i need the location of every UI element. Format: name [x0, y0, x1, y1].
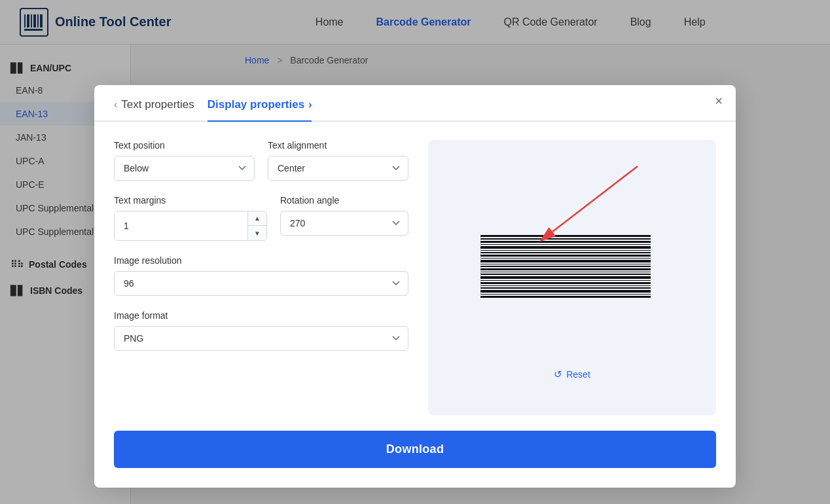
text-position-label: Text position	[114, 140, 255, 151]
form-row-4: Image format PNG JPG SVG	[114, 310, 408, 351]
tab-right-arrow: ›	[308, 99, 312, 111]
form-row-2: Text margins 1 ▲ ▼ Rotation angle 0 90	[114, 195, 408, 241]
svg-rect-20	[480, 260, 651, 262]
modal-tabs: ‹ Text properties Display properties › ×	[94, 85, 736, 122]
svg-rect-23	[480, 252, 651, 253]
text-margins-label: Text margins	[114, 195, 267, 206]
text-alignment-label: Text alignment	[268, 140, 408, 151]
svg-rect-7	[480, 296, 651, 298]
stepper-down-button[interactable]: ▼	[248, 226, 266, 240]
text-margins-input[interactable]: 1	[115, 211, 247, 240]
form-group-text-margins: Text margins 1 ▲ ▼	[114, 195, 267, 241]
image-resolution-label: Image resolution	[114, 255, 408, 266]
svg-rect-24	[480, 250, 651, 251]
modal-body: Text position Below Above None Text alig…	[94, 122, 736, 415]
rotation-angle-label: Rotation angle	[280, 195, 408, 206]
svg-rect-12	[480, 282, 651, 284]
svg-rect-10	[480, 287, 651, 289]
stepper-up-button[interactable]: ▲	[248, 211, 266, 226]
svg-rect-17	[480, 268, 651, 270]
svg-rect-26	[480, 244, 651, 245]
form-group-image-format: Image format PNG JPG SVG	[114, 310, 408, 351]
text-margins-input-wrap: 1 ▲ ▼	[114, 211, 267, 241]
modal-close-button[interactable]: ×	[715, 94, 723, 107]
svg-rect-29	[480, 235, 651, 237]
download-button[interactable]: Download	[114, 431, 716, 468]
svg-rect-9	[480, 290, 651, 293]
svg-rect-28	[480, 238, 651, 240]
reset-icon: ↺	[554, 369, 562, 380]
form-row-3: Image resolution 72 96 150 300	[114, 255, 408, 296]
tab-left-arrow: ‹	[114, 99, 117, 111]
preview-area: 9 9 8 7 6 5 4 3 2 1	[428, 140, 716, 415]
text-alignment-select[interactable]: Center Left Right	[268, 156, 408, 181]
svg-rect-18	[480, 266, 651, 267]
svg-rect-16	[480, 272, 651, 272]
image-format-label: Image format	[114, 310, 408, 321]
svg-rect-25	[480, 246, 651, 249]
form-area: Text position Below Above None Text alig…	[114, 140, 408, 415]
text-margins-stepper: ▲ ▼	[247, 211, 266, 240]
tab-text-properties[interactable]: ‹ Text properties	[114, 98, 194, 120]
form-group-text-position: Text position Below Above None	[114, 140, 255, 181]
form-group-rotation-angle: Rotation angle 0 90 180 270	[280, 195, 408, 241]
svg-rect-14	[480, 276, 651, 279]
svg-rect-13	[480, 280, 651, 281]
barcode-preview: 9 9 8 7 6 5 4 3 2 1	[480, 234, 664, 299]
tab-display-properties[interactable]: Display properties ›	[208, 98, 312, 122]
reset-button[interactable]: ↺ Reset	[554, 369, 590, 380]
svg-rect-22	[480, 255, 651, 257]
rotation-angle-select[interactable]: 0 90 180 270	[280, 211, 408, 236]
svg-rect-8	[480, 294, 651, 295]
svg-rect-15	[480, 274, 651, 275]
svg-line-41	[552, 166, 638, 232]
image-format-select[interactable]: PNG JPG SVG	[114, 326, 408, 351]
svg-rect-11	[480, 285, 651, 286]
svg-rect-27	[480, 241, 651, 243]
modal: ‹ Text properties Display properties › ×…	[94, 85, 736, 488]
text-position-select[interactable]: Below Above None	[114, 156, 255, 181]
form-row-1: Text position Below Above None Text alig…	[114, 140, 408, 181]
form-group-text-alignment: Text alignment Center Left Right	[268, 140, 408, 181]
svg-rect-19	[480, 264, 651, 264]
svg-rect-21	[480, 258, 651, 259]
image-resolution-select[interactable]: 72 96 150 300	[114, 271, 408, 296]
form-group-image-resolution: Image resolution 72 96 150 300	[114, 255, 408, 296]
